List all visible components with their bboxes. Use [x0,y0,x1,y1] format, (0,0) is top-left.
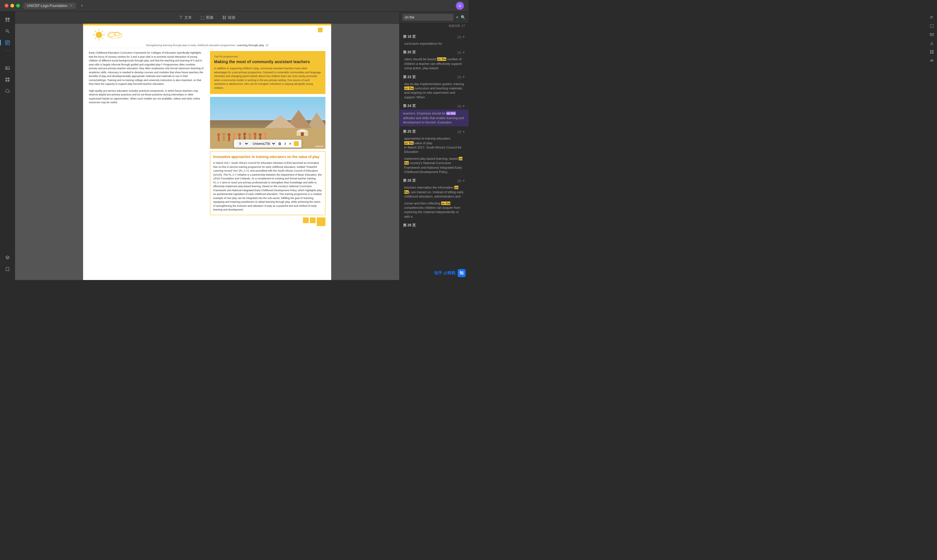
search-input[interactable] [402,14,453,21]
svg-point-51 [264,133,267,135]
toolbar-link[interactable]: ⛓ 链接 [222,15,236,20]
svg-line-22 [102,37,103,39]
svg-point-39 [233,133,236,135]
new-tab-button[interactable]: + [80,3,83,8]
tab-label: UNICEF-Lego-Foundation- [27,4,68,8]
tab-edit-icon[interactable]: ✎ [70,4,72,8]
bold-button[interactable]: B [277,141,282,146]
result-group-23: 第 23 页 (1) ▼ day-to-day implementation g… [399,74,468,101]
sidebar-item-grid[interactable] [2,74,13,85]
font-size-select[interactable]: 9 10 12 [237,141,249,146]
sidebar-item-layers[interactable] [2,252,13,263]
result-snippet-26-2[interactable]: corner and then reflecting on the compet… [399,200,468,220]
svg-rect-36 [223,135,225,141]
sidebar-item-pages[interactable] [2,14,13,25]
tips-title: Making the most of community assistant t… [214,59,321,64]
align-button[interactable]: ≡ [288,141,293,146]
font-family-select[interactable]: UniversLTStd-L [250,141,276,146]
svg-line-21 [95,31,96,32]
toolbar-text-label: 文本 [184,15,192,20]
tips-box: Tips for programmes Making the most of c… [210,51,325,94]
svg-point-49 [259,133,262,136]
filter-icon[interactable]: ▼ [455,15,459,20]
minimize-button[interactable] [11,4,14,8]
highlight-on-the-25a: on the [404,141,414,145]
footer-text: Strengthening learning through play in e… [146,44,236,47]
result-snippet-18-1[interactable]: curriculum expectations for [399,40,468,47]
result-page-count-25: (2) ▼ [458,130,465,134]
result-page-count-24: (1) ▼ [458,105,465,108]
result-page-header-29[interactable]: 第 29 页 [399,222,468,229]
result-snippet-23-1[interactable]: day-to-day implementation guides; traini… [399,81,468,101]
svg-line-24 [95,37,96,39]
avatar[interactable]: U [456,2,464,10]
toolbar-text[interactable]: ⊤ 文本 [179,15,192,20]
sidebar-item-image[interactable] [2,63,13,73]
cloud-decoration [106,30,123,39]
search-count: 搜索结果: 17 [399,23,468,29]
result-page-header-23[interactable]: 第 23 页 (1) ▼ [399,74,468,81]
svg-line-5 [8,32,9,33]
bottom-bar: 知乎 @鸦鸦 知 [399,266,468,280]
color-picker[interactable] [294,141,299,146]
result-page-header-18[interactable]: 第 18 页 (1) ▼ [399,33,468,40]
result-snippet-26-1[interactable]: teachers internalize the information on … [399,184,468,200]
search-submit-icon[interactable]: 🔍 [461,15,465,20]
result-page-count-20: (1) ▼ [458,51,465,54]
tab[interactable]: UNICEF-Lego-Foundation- ✎ [23,3,76,9]
left-para-2: High-quality pre-service education inclu… [89,89,204,105]
maximize-button[interactable] [16,4,20,8]
sidebar-item-bookmark[interactable] [2,264,13,274]
search-results-list: 第 18 页 (1) ▼ curriculum expectations for… [399,31,468,266]
page-marker [318,28,322,32]
svg-point-33 [217,133,220,136]
image-icon: ⬚ [200,15,205,20]
result-snippet-25-2[interactable]: implement play-based learning, based on … [399,155,468,175]
result-page-header-24[interactable]: 第 24 页 (1) ▼ [399,102,468,109]
toolbar-link-label: 链接 [228,15,236,20]
result-page-header-26[interactable]: 第 26 页 (2) ▼ [399,177,468,184]
link-icon: ⛓ [222,15,227,20]
italic-button[interactable]: I [284,141,287,146]
result-snippet-20-1[interactable]: ratios should be based on the number of … [399,56,468,72]
svg-rect-34 [218,136,220,141]
svg-rect-2 [6,20,7,22]
toolbar-image[interactable]: ⬚ 图像 [200,15,213,20]
result-group-18: 第 18 页 (1) ▼ curriculum expectations for [399,33,468,47]
square-2 [310,217,316,223]
sidebar-item-cloud[interactable] [2,86,13,96]
result-page-header-20[interactable]: 第 20 页 (1) ▼ [399,49,468,56]
innovative-title: Innovative approaches to training educat… [213,154,322,160]
highlight-on-the: on the [437,57,447,61]
highlight-on-the-26a: on the [404,186,458,194]
innovative-box: Innovative approaches to training educat… [210,151,325,215]
result-snippet-24-1[interactable]: teachers. Emphasis should be on the atti… [399,109,468,126]
sidebar-item-edit[interactable] [2,37,13,48]
result-page-count-23: (1) ▼ [458,75,465,79]
result-page-title-26: 第 26 页 [403,178,416,183]
result-group-25: 第 25 页 (2) ▼ approaches to training educ… [399,128,468,175]
highlight-on-the-23: on the [404,86,414,90]
svg-point-4 [6,30,8,32]
close-button[interactable] [5,4,8,8]
right-column: Tips for programmes Making the most of c… [210,51,325,226]
sidebar-item-search[interactable] [2,26,13,36]
mountain-svg [256,107,325,128]
result-page-title-29: 第 29 页 [403,223,416,228]
result-page-header-25[interactable]: 第 25 页 (2) ▼ [399,128,468,135]
result-group-20: 第 20 页 (1) ▼ ratios should be based on t… [399,49,468,72]
app-layout: ⊤ 文本 ⬚ 图像 ⛓ 链接 [0,12,468,280]
floating-toolbar[interactable]: 9 10 12 UniversLTStd-L B I ≡ [234,140,302,148]
yurt [297,127,308,136]
footer-bold: Learning through play [237,44,264,47]
svg-point-47 [254,133,256,135]
svg-point-16 [96,32,102,38]
left-para-1: Early Childhood Education Curriculum Fra… [89,51,204,86]
two-column-layout: Early Childhood Education Curriculum Fra… [83,51,331,232]
result-page-title-25: 第 25 页 [403,129,416,134]
svg-point-41 [238,133,241,136]
result-snippet-25-1[interactable]: approaches to training educators on the … [399,135,468,155]
page-decoration [83,25,331,43]
innovative-body: In March 2017, South Africa's Council fo… [213,161,322,212]
tips-body: In addition to supporting children's pla… [214,67,321,90]
